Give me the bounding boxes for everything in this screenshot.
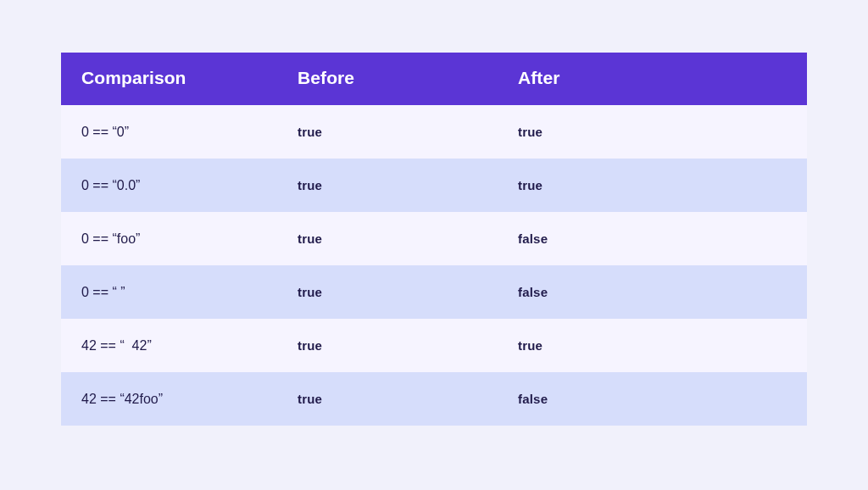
table-header-row: Comparison Before After: [61, 53, 807, 105]
cell-before: true: [298, 338, 518, 354]
cell-before: true: [298, 392, 518, 407]
header-comparison: Comparison: [81, 68, 298, 88]
table-row: 0 == “0” true true: [61, 105, 807, 159]
cell-before: true: [298, 125, 518, 140]
cell-after: true: [518, 178, 787, 193]
table-row: 42 == “42foo” true false: [61, 372, 807, 426]
cell-after: true: [518, 338, 787, 354]
cell-comparison: 0 == “foo”: [81, 231, 298, 247]
cell-after: false: [518, 285, 787, 300]
cell-comparison: 0 == “0.0”: [81, 178, 298, 193]
cell-before: true: [298, 231, 518, 247]
cell-comparison: 0 == “ ”: [81, 285, 298, 300]
cell-before: true: [298, 178, 518, 193]
table-row: 0 == “0.0” true true: [61, 159, 807, 212]
cell-after: false: [518, 392, 787, 407]
table-row: 42 == “ 42” true true: [61, 319, 807, 372]
cell-after: true: [518, 125, 787, 140]
cell-comparison: 42 == “42foo”: [81, 392, 298, 407]
header-before: Before: [298, 68, 518, 88]
table-row: 0 == “foo” true false: [61, 212, 807, 265]
cell-after: false: [518, 231, 787, 247]
cell-comparison: 0 == “0”: [81, 125, 298, 140]
cell-before: true: [298, 285, 518, 300]
header-after: After: [518, 68, 787, 88]
table-row: 0 == “ ” true false: [61, 265, 807, 319]
cell-comparison: 42 == “ 42”: [81, 338, 298, 354]
comparison-table: Comparison Before After 0 == “0” true tr…: [61, 53, 807, 426]
